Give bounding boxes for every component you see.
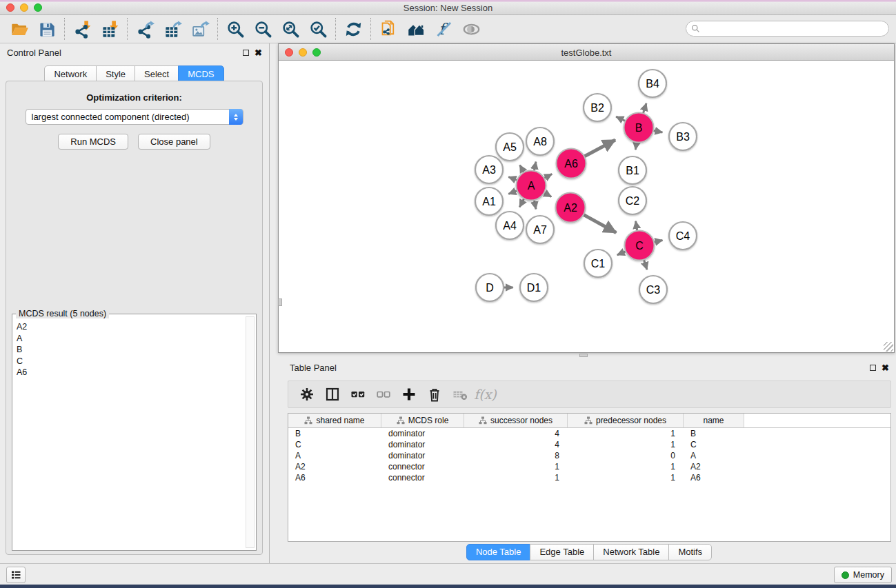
run-mcds-button[interactable]: Run MCDS: [58, 134, 128, 150]
edge-A-A4[interactable]: [519, 199, 524, 207]
cell-successor-nodes[interactable]: 8: [464, 450, 568, 461]
deselect-all-checks-button[interactable]: [370, 383, 396, 405]
node-table[interactable]: shared nameMCDS rolesuccessor nodesprede…: [288, 413, 891, 542]
edge-C-C1[interactable]: [617, 252, 626, 255]
cell-name[interactable]: A2: [684, 461, 744, 472]
vertical-splitter-handle[interactable]: [278, 298, 282, 306]
cell-successor-nodes[interactable]: 4: [464, 439, 568, 450]
edge-A-A5[interactable]: [520, 165, 524, 172]
memory-button[interactable]: Memory: [834, 567, 892, 583]
zoom-fit-button[interactable]: [277, 17, 304, 41]
export-network-button[interactable]: [131, 17, 159, 41]
cell-predecessor-nodes[interactable]: 1: [568, 428, 684, 439]
result-scrollbar[interactable]: [246, 316, 255, 548]
edge-A-A6[interactable]: [544, 174, 552, 178]
settings-gear-button[interactable]: [294, 383, 319, 405]
add-row-button[interactable]: [396, 383, 421, 405]
cell-name[interactable]: B: [684, 428, 744, 439]
cell-name[interactable]: C: [684, 439, 744, 450]
result-item[interactable]: C: [17, 356, 241, 367]
open-session-button[interactable]: [6, 17, 33, 41]
edge-A-A7[interactable]: [534, 200, 536, 209]
import-network-button[interactable]: [68, 17, 96, 41]
table-row[interactable]: A2connector11A2: [288, 461, 890, 472]
table-row[interactable]: Bdominator41B: [288, 428, 890, 439]
cell-MCDS-role[interactable]: dominator: [381, 439, 464, 450]
search-box[interactable]: [686, 21, 889, 37]
edge-B-B3[interactable]: [653, 130, 662, 132]
close-table-panel-icon[interactable]: ✖: [882, 363, 889, 372]
close-panel-icon[interactable]: ✖: [255, 48, 262, 57]
zoom-selected-button[interactable]: [304, 17, 332, 41]
cell-successor-nodes[interactable]: 1: [464, 461, 568, 472]
cell-MCDS-role[interactable]: connector: [381, 472, 464, 483]
save-session-button[interactable]: [33, 17, 61, 41]
tab-network-table[interactable]: Network Table: [593, 544, 669, 560]
cell-MCDS-role[interactable]: dominator: [381, 450, 464, 461]
column-header-shared-name[interactable]: shared name: [288, 414, 381, 427]
cell-shared-name[interactable]: B: [288, 428, 381, 439]
cell-shared-name[interactable]: A: [288, 450, 381, 461]
select-all-checks-button[interactable]: [345, 383, 370, 405]
float-panel-icon[interactable]: [243, 50, 249, 56]
zoom-out-button[interactable]: [249, 17, 277, 41]
tab-edge-table[interactable]: Edge Table: [530, 544, 594, 560]
show-graphics-details-button[interactable]: [457, 17, 485, 41]
cell-predecessor-nodes[interactable]: 1: [568, 439, 684, 450]
result-item[interactable]: B: [17, 344, 241, 356]
edge-A6-B[interactable]: [584, 140, 615, 156]
column-header-predecessor-nodes[interactable]: predecessor nodes: [568, 414, 684, 427]
edge-A2-C[interactable]: [584, 214, 616, 232]
network-window-titlebar[interactable]: testGlobe.txt: [279, 44, 894, 61]
network-canvas[interactable]: AA1A2A3A4A5A6A7A8BB1B2B3B4CC1C2C3C4DD1: [279, 61, 894, 352]
result-item[interactable]: A6: [17, 367, 241, 378]
task-history-button[interactable]: [6, 567, 26, 583]
cell-name[interactable]: A6: [684, 472, 744, 483]
columns-button[interactable]: [319, 383, 345, 405]
table-row[interactable]: A6connector11A6: [288, 472, 890, 483]
home-view-button[interactable]: [402, 17, 430, 41]
edge-A-A2[interactable]: [544, 193, 552, 197]
edge-A-A3[interactable]: [508, 177, 517, 181]
edge-B-B1[interactable]: [635, 142, 637, 150]
mcds-result-list[interactable]: A2ABCA6: [12, 317, 245, 549]
cell-predecessor-nodes[interactable]: 1: [568, 472, 684, 483]
network-from-file-button[interactable]: [375, 17, 402, 41]
edge-C-C4[interactable]: [654, 241, 663, 243]
table-row[interactable]: Adominator80A: [288, 450, 890, 461]
edge-C-C3[interactable]: [644, 260, 647, 270]
hide-annotations-button[interactable]: f: [430, 17, 457, 41]
delete-row-button[interactable]: [421, 383, 447, 405]
cell-MCDS-role[interactable]: dominator: [381, 428, 464, 439]
cell-predecessor-nodes[interactable]: 0: [568, 450, 684, 461]
edge-B-B4[interactable]: [643, 103, 646, 114]
cell-predecessor-nodes[interactable]: 1: [568, 461, 684, 472]
cell-shared-name[interactable]: A2: [288, 461, 381, 472]
tab-motifs[interactable]: Motifs: [668, 544, 712, 560]
table-row[interactable]: Cdominator41C: [288, 439, 890, 450]
edge-C-C2[interactable]: [636, 221, 637, 231]
export-table-button[interactable]: [159, 17, 186, 41]
import-table-button[interactable]: [96, 17, 123, 41]
refresh-button[interactable]: [339, 17, 367, 41]
tab-node-table[interactable]: Node Table: [466, 544, 531, 560]
search-input[interactable]: [700, 24, 888, 34]
result-item[interactable]: A2: [17, 321, 241, 333]
resize-grip-icon[interactable]: [884, 342, 893, 352]
cell-MCDS-role[interactable]: connector: [381, 461, 464, 472]
zoom-in-button[interactable]: [221, 17, 249, 41]
edge-A-A8[interactable]: [534, 162, 536, 171]
cell-successor-nodes[interactable]: 1: [464, 472, 568, 483]
column-header-name[interactable]: name: [684, 414, 744, 427]
cell-shared-name[interactable]: C: [288, 439, 381, 450]
float-table-panel-icon[interactable]: [870, 365, 876, 371]
edge-B-B2[interactable]: [616, 116, 625, 121]
edge-A-A1[interactable]: [508, 191, 517, 194]
cell-successor-nodes[interactable]: 4: [464, 428, 568, 439]
column-header-MCDS-role[interactable]: MCDS role: [381, 414, 464, 427]
export-image-button[interactable]: [186, 17, 214, 41]
column-header-successor-nodes[interactable]: successor nodes: [464, 414, 568, 427]
close-panel-button[interactable]: Close panel: [138, 134, 210, 150]
horizontal-splitter-handle[interactable]: [579, 354, 588, 357]
criterion-dropdown[interactable]: largest connected component (directed): [26, 109, 243, 125]
